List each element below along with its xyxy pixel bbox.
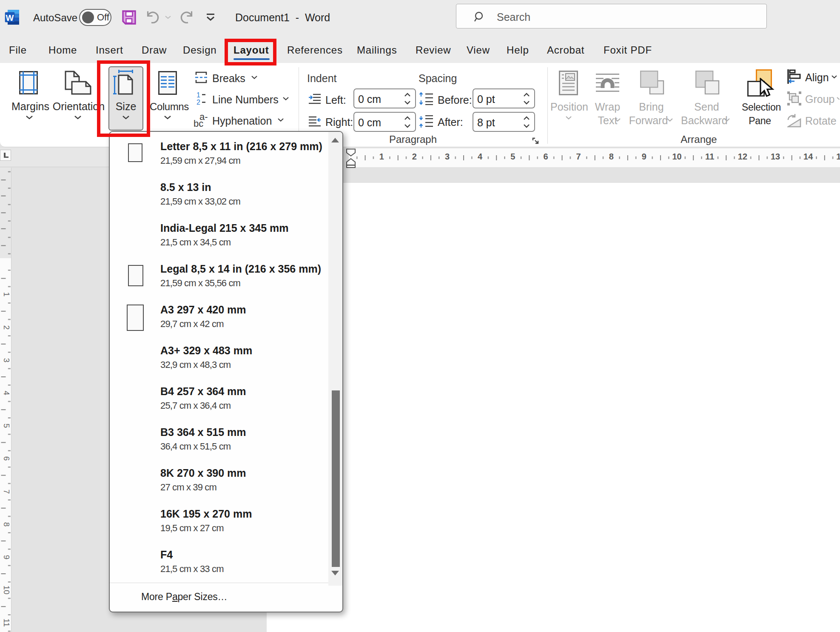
svg-text:1: 1 xyxy=(196,92,200,99)
svg-text:8: 8 xyxy=(609,152,614,161)
svg-text:2: 2 xyxy=(412,152,417,161)
svg-text:4: 4 xyxy=(2,391,11,396)
svg-text:10: 10 xyxy=(672,152,681,161)
svg-text:9: 9 xyxy=(2,555,11,560)
svg-text:7: 7 xyxy=(2,490,11,494)
svg-text:15: 15 xyxy=(836,152,840,161)
svg-text:bc: bc xyxy=(194,118,203,128)
svg-text:W: W xyxy=(6,13,14,23)
svg-text:9: 9 xyxy=(642,152,646,161)
svg-text:11: 11 xyxy=(705,152,714,161)
svg-text:5: 5 xyxy=(510,152,515,161)
svg-text:4: 4 xyxy=(478,152,483,161)
svg-text:3: 3 xyxy=(445,152,450,161)
svg-text:1: 1 xyxy=(379,152,384,161)
svg-text:3: 3 xyxy=(2,358,11,363)
svg-text:6: 6 xyxy=(543,152,548,161)
svg-text:1: 1 xyxy=(2,292,11,297)
svg-text:10: 10 xyxy=(2,585,11,594)
svg-text:8: 8 xyxy=(2,522,11,527)
svg-text:2: 2 xyxy=(196,99,200,105)
svg-text:5: 5 xyxy=(2,424,11,428)
svg-text:2: 2 xyxy=(2,325,11,330)
svg-text:14: 14 xyxy=(803,152,813,161)
svg-text:11: 11 xyxy=(2,618,11,627)
svg-text:12: 12 xyxy=(738,152,747,161)
svg-text:6: 6 xyxy=(2,456,11,461)
svg-text:7: 7 xyxy=(576,152,581,161)
svg-text:13: 13 xyxy=(771,152,780,161)
